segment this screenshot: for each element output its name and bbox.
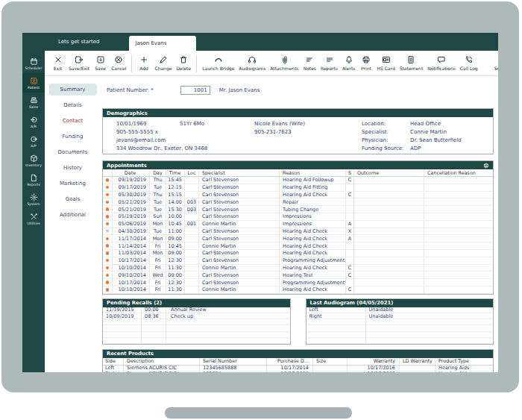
recall-row[interactable]: 10/09/2019 08:36 Check up (103, 313, 290, 319)
appointment-cancellation (424, 286, 493, 293)
audiogram-row[interactable] (306, 325, 494, 331)
recall-row[interactable] (103, 325, 290, 331)
appointment-row[interactable]: 11/17/2014 Mon 09:00 Carl Stevenson Hear… (103, 235, 493, 242)
recall-row[interactable] (103, 319, 290, 325)
toolbar-button[interactable]: Delete (174, 55, 193, 71)
product-row[interactable]: Left Siemens ACURIS CIC 12345685888 10/1… (103, 366, 493, 372)
appointment-date: 11/17/2014 (113, 235, 150, 242)
appointment-day: Mon (150, 221, 166, 228)
appointment-day: Fri (150, 257, 166, 264)
appointment-outcome (354, 184, 424, 191)
toolbar-button[interactable]: Statement (397, 55, 426, 71)
printer-icon[interactable] (483, 163, 489, 169)
toolbar-button[interactable]: Alerts (340, 55, 357, 71)
subnav-item[interactable]: Marketing (49, 178, 97, 189)
toolbar-button[interactable]: Screener (492, 55, 498, 71)
audiogram-row[interactable] (306, 338, 494, 344)
toolbar-button[interactable]: Add (135, 55, 152, 71)
appointment-row[interactable]: 10/10/2014 Fri 11:30 Connie Martin Heari… (103, 265, 493, 272)
sidebar-item[interactable]: A/R (22, 112, 45, 131)
sidebar-item[interactable]: Scheduler (22, 54, 45, 73)
appointment-row[interactable]: 04/30/2019 Tue 11:00 Carl Stevenson Hear… (103, 228, 493, 236)
sidebar-item[interactable]: Reports (22, 170, 45, 189)
appointment-row[interactable]: 05/06/2019 Mon 10:45 001 Connie Martin I… (103, 221, 493, 228)
toolbar-button[interactable]: Save/Exit (66, 55, 92, 71)
audiogram-side: Right (306, 313, 366, 319)
appointment-loc (185, 235, 199, 242)
demographics-field-label: Physician: (362, 137, 410, 143)
toolbar-button[interactable]: Print (357, 55, 374, 71)
appointment-row[interactable]: 05/21/2019 Tue 15:30 003 Carl Stevenson … (103, 206, 493, 213)
product-ld-warranty (400, 366, 435, 371)
recall-description: Annual Review (166, 307, 290, 313)
subnav-item[interactable]: History (49, 162, 97, 174)
toolbar-button[interactable]: Launch Bridge (200, 55, 236, 71)
toolbar-button[interactable]: Save (92, 55, 109, 71)
appointment-row[interactable]: 10/10/2014 Fri 11:30 Connie Martin Heari… (103, 286, 493, 294)
appointment-row[interactable]: 10/17/2014 Fri 12:30 Carl Stevenson Prog… (103, 279, 493, 286)
sidebar-item[interactable]: Patient (22, 73, 45, 93)
toolbar-button[interactable]: Attachments (268, 55, 301, 71)
toolbar-button[interactable]: Change (152, 55, 174, 71)
subnav-item[interactable]: Contact (49, 115, 97, 127)
appointment-row[interactable]: 05/21/2019 Tue 14:00 003 Carl Stevenson … (103, 198, 493, 206)
recall-row[interactable] (103, 332, 290, 338)
appointment-row[interactable]: 10/17/2014 Fri 12:30 Carl Stevenson Prog… (103, 257, 493, 265)
window-tab[interactable]: Jason Evans (129, 36, 196, 51)
sidebar-item[interactable]: Inventory (22, 151, 45, 170)
appointment-day: Fri (150, 286, 166, 293)
appointment-s: C (346, 272, 354, 278)
subnav-item[interactable]: Details (49, 99, 97, 111)
audiogram-row[interactable] (306, 332, 494, 338)
product-row[interactable]: Right Siemens ACURIS CIC 123654 10/17/20… (103, 372, 493, 372)
product-purchase-date: 10/17/2014 (267, 372, 313, 372)
sidebar-item[interactable]: Sales (22, 93, 45, 112)
patient-number-input[interactable] (180, 86, 210, 95)
appointment-row[interactable]: 11/03/2014 Mon 09:00 Carl Stevenson Hear… (103, 250, 493, 257)
appointment-row[interactable]: 09/17/2019 Tue 12:15 Carl Stevenson Hear… (103, 184, 493, 192)
toolbar-button[interactable]: Reports (318, 55, 340, 71)
appointment-loc (185, 184, 199, 191)
sidebar-item[interactable]: Utilities (22, 209, 45, 228)
subnav-item[interactable]: Documents (49, 146, 97, 158)
sidebar-item[interactable]: System (22, 189, 45, 209)
appointment-row[interactable]: 11/14/2014 Fri 10:45 Connie Martin Heari… (103, 242, 493, 250)
patient-frame-icon (30, 77, 38, 85)
subnav-item[interactable]: Summary (49, 84, 97, 95)
window-tab[interactable]: Lets get started (54, 33, 104, 51)
appointment-time: 11:30 (166, 286, 185, 293)
recall-description: Check up (166, 313, 290, 319)
appointment-date: 10/17/2014 (113, 257, 150, 264)
subnav-item[interactable]: Additional (49, 209, 97, 221)
sidebar-item[interactable]: A/P (22, 131, 45, 151)
audiogram-row[interactable]: Right Unaidable (306, 313, 494, 319)
toolbar-button-label: HS Card (377, 66, 394, 71)
appointment-specialist: Connie Martin (199, 221, 280, 228)
toolbar-button[interactable]: Call Log (458, 55, 480, 71)
appointment-cancellation (424, 213, 493, 220)
calendar-icon (30, 57, 38, 66)
toolbar-button[interactable]: Audiograms (236, 55, 268, 71)
patient-number-label: Patient Number: * (107, 87, 154, 93)
subnav-item[interactable]: Goals (49, 193, 97, 205)
trash-icon (179, 55, 188, 64)
appointment-time: 15:45 (166, 177, 185, 184)
appointment-row[interactable]: 09/19/2019 Thu 15:45 Carl Stevenson Hear… (103, 177, 493, 184)
subnav-item[interactable]: Funding (49, 131, 97, 142)
audiogram-row[interactable] (306, 319, 494, 325)
toolbar-button[interactable]: Notifications (425, 55, 458, 71)
toolbar-button[interactable]: Cancel (109, 55, 128, 71)
toolbar-button[interactable]: Exit (49, 55, 66, 71)
appointment-row[interactable]: 05/30/2019 Thu 15:15 Carl Stevenson Hear… (103, 192, 493, 199)
appointment-row[interactable]: 05/19/2019 Sun 10:00 Carl Stevenson Impr… (103, 213, 493, 221)
toolbar-button[interactable]: HS Card (374, 55, 397, 71)
demographics-value: 905-231-7623 (254, 129, 362, 135)
appointment-cancellation (424, 235, 493, 242)
appointment-outcome (354, 198, 424, 205)
toolbar-button[interactable]: Notes (301, 55, 318, 71)
audiogram-side (306, 325, 366, 330)
recall-row[interactable] (103, 338, 290, 344)
close-icon[interactable] (184, 40, 190, 46)
appointment-row[interactable]: 09/10/2014 Wed 09:00 Carl Stevenson Hear… (103, 272, 493, 279)
subnav-item-label: Additional (60, 212, 86, 218)
